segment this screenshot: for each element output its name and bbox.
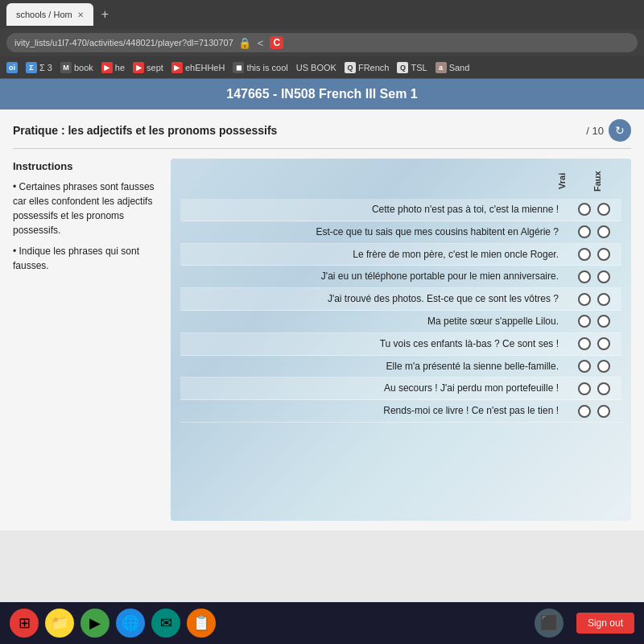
radio-faux-3[interactable] bbox=[597, 248, 610, 261]
radio-faux-4[interactable] bbox=[597, 270, 610, 283]
question-row-3: Le frère de mon père, c'est le mien oncl… bbox=[180, 244, 621, 266]
question-row-10: Rends-moi ce livre ! Ce n'est pas le tie… bbox=[180, 400, 621, 423]
course-header: 147665 - IN508 French III Sem 1 bbox=[0, 79, 644, 109]
sign-out-button[interactable]: Sign out bbox=[576, 613, 634, 634]
activity-area: Pratique : les adjectifs et les pronoms … bbox=[0, 109, 644, 530]
bookmark-sept-icon: ▶ bbox=[133, 62, 144, 73]
taskbar-icon-files[interactable]: 📁 bbox=[45, 609, 74, 638]
radio-faux-7[interactable] bbox=[597, 337, 610, 350]
radio-vrai-1[interactable] bbox=[578, 203, 591, 216]
taskbar: ⊞ 📁 ▶ 🌐 ✉ 📋 ⬛ Sign out bbox=[0, 602, 644, 644]
question-row-6: Ma petite sœur s'appelle Lilou. bbox=[180, 311, 621, 333]
bookmark-eheh[interactable]: ▶ ehEHHeH bbox=[171, 62, 225, 73]
radio-faux-6[interactable] bbox=[597, 315, 610, 328]
tab-close-button[interactable]: ✕ bbox=[77, 10, 84, 19]
bookmark-cool[interactable]: ◼ this is cool bbox=[233, 62, 287, 73]
question-text-1: Cette photo n'est pas à toi, c'est la mi… bbox=[184, 203, 567, 217]
bookmark-french-icon: Q bbox=[345, 62, 356, 73]
vrai-header: Vrai bbox=[544, 167, 580, 196]
radio-vrai-4[interactable] bbox=[578, 270, 591, 283]
radio-faux-1[interactable] bbox=[597, 203, 610, 216]
radio-group-1 bbox=[570, 203, 618, 216]
browser-icon-c: C bbox=[270, 36, 283, 49]
tab-label: schools / Hom bbox=[16, 10, 72, 19]
instructions-line-2: • Indique les phrases qui sont fausses. bbox=[13, 244, 158, 273]
radio-faux-5[interactable] bbox=[597, 293, 610, 306]
activity-title: Pratique : les adjectifs et les pronoms … bbox=[13, 124, 277, 137]
radio-faux-10[interactable] bbox=[597, 405, 610, 418]
bookmark-book[interactable]: M book bbox=[60, 62, 93, 73]
taskbar-icon-apps[interactable]: ⊞ bbox=[10, 609, 39, 638]
question-row-2: Est-ce que tu sais que mes cousins habit… bbox=[180, 221, 621, 244]
radio-faux-2[interactable] bbox=[597, 225, 610, 238]
radio-vrai-2[interactable] bbox=[578, 225, 591, 238]
radio-vrai-5[interactable] bbox=[578, 293, 591, 306]
bookmark-sigma[interactable]: Σ Σ 3 bbox=[26, 62, 52, 73]
bookmark-tsl-label: TSL bbox=[411, 63, 427, 72]
bookmark-book-icon: M bbox=[60, 62, 72, 73]
radio-vrai-10[interactable] bbox=[578, 405, 591, 418]
bookmark-he[interactable]: ▶ he bbox=[101, 62, 125, 73]
bookmarks-bar: oi Σ Σ 3 M book ▶ he ▶ sept ▶ ehEHHeH ◼ … bbox=[0, 56, 644, 79]
browser-chrome: schools / Hom ✕ + bbox=[0, 0, 644, 29]
bookmark-tsl[interactable]: Q TSL bbox=[397, 62, 427, 73]
taskbar-icon-green[interactable]: ▶ bbox=[80, 609, 109, 638]
column-headers: Vrai Faux bbox=[180, 167, 621, 196]
bookmark-french[interactable]: Q FRench bbox=[345, 62, 390, 73]
bookmark-tsl-icon: Q bbox=[397, 62, 408, 73]
taskbar-icon-blue[interactable]: 🌐 bbox=[116, 609, 145, 638]
score-label: / 10 bbox=[586, 125, 604, 137]
address-bar[interactable]: ivity_lists/u1l7-470/activities/448021/p… bbox=[6, 33, 638, 52]
bookmark-oi[interactable]: oi bbox=[6, 62, 18, 73]
bookmark-sand-label: Sand bbox=[449, 63, 470, 72]
tab-bar: schools / Hom ✕ + bbox=[6, 3, 114, 26]
bookmark-oi-icon: oi bbox=[6, 62, 18, 73]
radio-group-6 bbox=[570, 315, 618, 328]
radio-group-3 bbox=[570, 248, 618, 261]
radio-vrai-8[interactable] bbox=[578, 360, 591, 373]
taskbar-icon-orange[interactable]: 📋 bbox=[187, 609, 216, 638]
question-text-7: Tu vois ces enfants là-bas ? Ce sont ses… bbox=[184, 337, 567, 351]
bookmark-usbook[interactable]: US BOOK bbox=[296, 63, 336, 72]
score-area: / 10 ↻ bbox=[586, 119, 631, 142]
active-tab[interactable]: schools / Hom ✕ bbox=[6, 3, 93, 26]
faux-header: Faux bbox=[580, 167, 615, 196]
bookmark-book-label: book bbox=[74, 63, 93, 72]
radio-faux-9[interactable] bbox=[597, 382, 610, 395]
bookmark-eheh-icon: ▶ bbox=[171, 62, 183, 73]
instructions-panel: Instructions • Certaines phrases sont fa… bbox=[13, 159, 158, 521]
question-text-2: Est-ce que tu sais que mes cousins habit… bbox=[184, 225, 567, 239]
bookmark-sand[interactable]: a Sand bbox=[436, 62, 470, 73]
bookmark-sigma-icon: Σ bbox=[26, 62, 37, 73]
address-text: ivity_lists/u1l7-470/activities/448021/p… bbox=[14, 38, 233, 47]
bookmark-cool-label: this is cool bbox=[246, 63, 287, 72]
bookmark-sept[interactable]: ▶ sept bbox=[133, 62, 163, 73]
question-text-9: Au secours ! J'ai perdu mon portefeuille… bbox=[184, 382, 567, 395]
instructions-title: Instructions bbox=[13, 159, 158, 175]
radio-vrai-7[interactable] bbox=[578, 337, 591, 350]
bookmark-he-label: he bbox=[115, 63, 125, 72]
bookmark-french-label: FRench bbox=[358, 63, 390, 72]
address-bar-row: ivity_lists/u1l7-470/activities/448021/p… bbox=[0, 29, 644, 56]
question-text-10: Rends-moi ce livre ! Ce n'est pas le tie… bbox=[184, 404, 567, 418]
question-row-4: J'ai eu un téléphone portable pour le mi… bbox=[180, 266, 621, 288]
bookmark-usbook-label: US BOOK bbox=[296, 63, 336, 72]
radio-group-4 bbox=[570, 270, 618, 283]
taskbar-screen-icon[interactable]: ⬛ bbox=[535, 609, 564, 638]
radio-faux-8[interactable] bbox=[597, 360, 610, 373]
instructions-line-1: • Certaines phrases sont fausses car ell… bbox=[13, 180, 158, 237]
question-text-5: J'ai trouvé des photos. Est-ce que ce so… bbox=[184, 292, 567, 306]
refresh-button[interactable]: ↻ bbox=[609, 119, 631, 142]
radio-vrai-6[interactable] bbox=[578, 315, 591, 328]
activity-title-bar: Pratique : les adjectifs et les pronoms … bbox=[13, 119, 631, 149]
taskbar-icon-teal[interactable]: ✉ bbox=[151, 609, 180, 638]
radio-vrai-3[interactable] bbox=[578, 248, 591, 261]
bookmark-he-icon: ▶ bbox=[101, 62, 113, 73]
radio-vrai-9[interactable] bbox=[578, 382, 591, 395]
exercise-panel: Vrai Faux Cette photo n'est pas à toi, c… bbox=[171, 159, 631, 521]
page-content: 147665 - IN508 French III Sem 1 Pratique… bbox=[0, 79, 644, 602]
bookmark-eheh-label: ehEHHeH bbox=[185, 63, 225, 72]
question-row-8: Elle m'a présenté la sienne belle-famill… bbox=[180, 356, 621, 378]
bookmark-sept-label: sept bbox=[147, 63, 163, 72]
new-tab-button[interactable]: + bbox=[97, 6, 114, 23]
